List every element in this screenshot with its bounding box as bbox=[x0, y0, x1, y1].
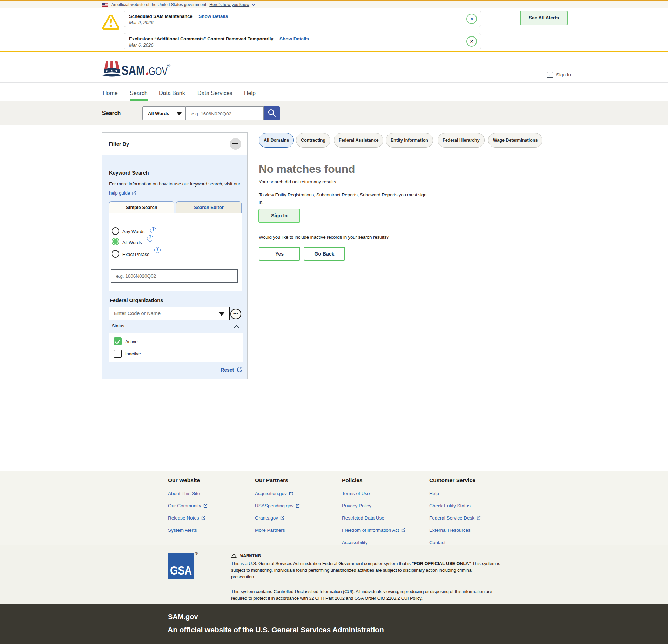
svg-text:GOV: GOV bbox=[149, 65, 168, 77]
svg-text:SAM: SAM bbox=[122, 62, 145, 77]
svg-text:GSA: GSA bbox=[170, 563, 192, 577]
svg-text:R: R bbox=[168, 64, 170, 67]
